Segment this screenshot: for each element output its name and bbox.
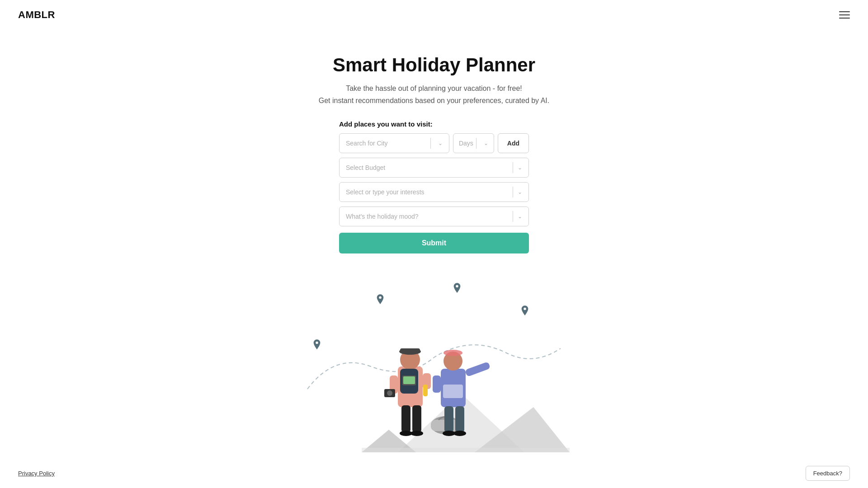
svg-rect-20: [412, 405, 421, 432]
svg-point-34: [453, 431, 466, 436]
submit-button[interactable]: Submit: [339, 233, 529, 253]
svg-rect-19: [401, 405, 410, 432]
svg-rect-11: [400, 348, 420, 353]
map-pin-icon-1: [312, 339, 322, 352]
hero-subtitle-line2: Get instant recommendations based on you…: [319, 97, 550, 104]
budget-separator: [513, 162, 513, 173]
map-pin-2: [375, 294, 385, 307]
days-separator: [476, 138, 476, 149]
days-placeholder-text: Days: [459, 140, 473, 147]
svg-point-0: [316, 342, 318, 344]
svg-point-26: [443, 350, 462, 356]
budget-dropdown[interactable]: Select Budget ⌄: [339, 158, 529, 178]
svg-rect-23: [423, 385, 428, 396]
days-dropdown[interactable]: Days ⌄: [453, 133, 494, 153]
mood-placeholder-text: What's the holiday mood?: [346, 213, 513, 220]
svg-point-21: [400, 431, 412, 436]
map-pin-1: [312, 339, 322, 352]
city-placeholder-text: Search for City: [346, 140, 430, 147]
hero-section: Smart Holiday Planner Take the hassle ou…: [310, 36, 559, 120]
svg-rect-35: [443, 385, 463, 398]
illustration-section: [0, 281, 868, 452]
days-chevron-icon: ⌄: [484, 140, 488, 146]
travelers-svg: [362, 317, 506, 452]
main-content: Smart Holiday Planner Take the hassle ou…: [0, 0, 868, 452]
map-pin-icon-4: [520, 305, 530, 318]
svg-point-33: [443, 431, 455, 436]
svg-point-2: [456, 285, 458, 288]
svg-rect-27: [465, 362, 491, 377]
feedback-button[interactable]: Feedback?: [806, 466, 850, 481]
mood-separator: [513, 211, 513, 222]
city-separator: [430, 138, 431, 149]
hero-subtitle-line1: Take the hassle out of planning your vac…: [346, 84, 522, 92]
svg-point-22: [410, 431, 423, 436]
interests-dropdown[interactable]: Select or type your interests ⌄: [339, 182, 529, 202]
city-chevron-icon: ⌄: [438, 140, 443, 146]
header: AMBLR: [0, 0, 868, 30]
svg-rect-31: [444, 406, 453, 432]
svg-point-3: [524, 308, 526, 310]
map-pin-3: [452, 283, 462, 296]
budget-placeholder-text: Select Budget: [346, 164, 513, 171]
hamburger-line-3: [839, 18, 850, 19]
svg-rect-32: [455, 406, 464, 432]
hamburger-line-2: [839, 14, 850, 15]
hero-subtitle: Take the hassle out of planning your vac…: [319, 82, 550, 107]
illustration-wrapper: [298, 281, 570, 452]
planner-form: Add places you want to visit: Search for…: [339, 120, 529, 253]
interests-chevron-icon: ⌄: [518, 189, 522, 195]
map-pin-icon-3: [452, 283, 462, 296]
city-days-row: Search for City ⌄ Days ⌄ Add: [339, 133, 529, 153]
budget-chevron-icon: ⌄: [518, 164, 522, 171]
map-pin-4: [520, 305, 530, 318]
add-city-button[interactable]: Add: [498, 133, 529, 153]
interests-separator: [513, 187, 513, 197]
interests-placeholder-text: Select or type your interests: [346, 188, 513, 196]
city-search-dropdown[interactable]: Search for City ⌄: [339, 133, 449, 153]
hamburger-line-1: [839, 11, 850, 12]
mood-dropdown[interactable]: What's the holiday mood? ⌄: [339, 206, 529, 226]
privacy-policy-link[interactable]: Privacy Policy: [18, 470, 55, 477]
map-pin-icon-2: [375, 294, 385, 307]
hamburger-menu-button[interactable]: [839, 11, 850, 19]
svg-point-1: [379, 296, 382, 299]
places-label: Add places you want to visit:: [339, 120, 529, 128]
footer: Privacy Policy Feedback?: [0, 459, 868, 488]
logo: AMBLR: [18, 9, 55, 21]
svg-point-14: [387, 390, 392, 396]
mood-chevron-icon: ⌄: [518, 213, 522, 220]
svg-rect-18: [403, 376, 415, 384]
svg-rect-28: [433, 375, 441, 393]
page-title: Smart Holiday Planner: [319, 54, 550, 76]
